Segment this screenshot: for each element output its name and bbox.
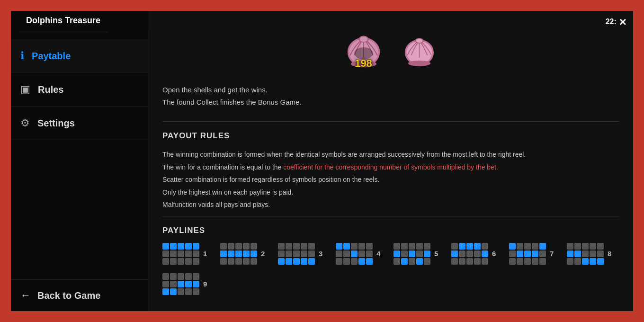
payline-grid-4 <box>336 243 373 265</box>
cell-2-10 <box>220 258 227 265</box>
cell-6-8 <box>474 250 481 257</box>
cell-8-4 <box>597 243 604 250</box>
cell-8-7 <box>582 250 589 257</box>
cell-3-11 <box>286 258 292 265</box>
cell-9-14 <box>193 288 199 295</box>
desc-line2: The found Collect finishes the Bonus Gam… <box>162 96 619 108</box>
cell-1-12 <box>178 258 184 265</box>
cell-1-5 <box>162 250 169 257</box>
cell-9-1 <box>170 273 177 280</box>
cell-3-5 <box>278 250 285 257</box>
payline-item-1: 1 <box>162 243 212 265</box>
cell-8-1 <box>574 243 581 250</box>
app-title: Dolphins Treasure <box>18 9 108 32</box>
payline-grid-3 <box>278 243 315 265</box>
divider-1 <box>162 121 619 122</box>
cell-4-13 <box>358 258 365 265</box>
cell-5-13 <box>416 258 423 265</box>
top-bar: 22: × <box>599 11 633 33</box>
book-icon: ▣ <box>20 83 30 96</box>
payline-number-1: 1 <box>203 250 212 258</box>
info-icon: ℹ <box>20 50 24 62</box>
cell-9-6 <box>170 281 177 287</box>
cell-1-7 <box>178 250 184 257</box>
cell-2-0 <box>220 243 227 250</box>
payline-grid-8 <box>567 243 604 265</box>
rule-highlight: coefficient for the corresponding number… <box>283 163 498 171</box>
cell-5-10 <box>394 258 400 265</box>
cell-6-9 <box>482 250 488 257</box>
description-text: Open the shells and get the wins. The fo… <box>162 80 619 116</box>
cell-9-13 <box>185 288 192 295</box>
payline-grid-9 <box>162 273 199 295</box>
paylines-header: PAYLINES <box>162 226 619 235</box>
cell-2-2 <box>235 243 242 250</box>
cell-7-3 <box>532 243 538 250</box>
cell-5-14 <box>424 258 430 265</box>
gear-icon: ⚙ <box>20 117 30 129</box>
cell-6-3 <box>474 243 481 250</box>
cell-6-6 <box>459 250 465 257</box>
cell-3-13 <box>301 258 307 265</box>
cell-8-2 <box>582 243 589 250</box>
payout-rules-text: The winning combination is formed when t… <box>162 148 619 211</box>
shell-area: 198 <box>162 25 619 80</box>
rule-4: Only the highest win on each payline is … <box>162 186 619 199</box>
close-button[interactable]: × <box>619 16 626 28</box>
sidebar: Dolphins Treasure ℹ Paytable ▣ Rules ⚙ S… <box>11 11 148 311</box>
cell-7-9 <box>539 250 546 257</box>
cell-2-4 <box>250 243 257 250</box>
sidebar-item-settings[interactable]: ⚙ Settings <box>11 107 148 140</box>
divider-2 <box>162 216 619 216</box>
payline-item-4: 4 <box>336 243 385 265</box>
cell-1-8 <box>185 250 192 257</box>
cell-7-1 <box>517 243 523 250</box>
cell-4-8 <box>358 250 365 257</box>
cell-5-4 <box>424 243 430 250</box>
cell-1-2 <box>178 243 184 250</box>
cell-8-14 <box>597 258 604 265</box>
cell-6-2 <box>466 243 473 250</box>
cell-5-8 <box>416 250 423 257</box>
cell-3-8 <box>301 250 307 257</box>
cell-3-0 <box>278 243 285 250</box>
sidebar-item-paytable[interactable]: ℹ Paytable <box>11 39 148 73</box>
payline-item-7: 7 <box>509 243 558 265</box>
payline-grid-5 <box>394 243 430 265</box>
cell-6-5 <box>451 250 458 257</box>
cell-3-4 <box>308 243 315 250</box>
back-to-game-button[interactable]: ← Back to Game <box>11 279 148 311</box>
cell-5-6 <box>401 250 408 257</box>
payline-number-4: 4 <box>376 250 385 258</box>
cell-6-4 <box>482 243 488 250</box>
cell-9-3 <box>185 273 192 280</box>
cell-2-6 <box>228 250 234 257</box>
cell-6-1 <box>459 243 465 250</box>
payline-item-8: 8 <box>567 243 616 265</box>
cell-7-12 <box>524 258 531 265</box>
payline-grid-6 <box>451 243 488 265</box>
shell-number-label: 198 <box>355 57 372 70</box>
cell-1-3 <box>185 243 192 250</box>
cell-7-11 <box>517 258 523 265</box>
cell-9-5 <box>162 281 169 287</box>
cell-4-2 <box>351 243 358 250</box>
cell-8-12 <box>582 258 589 265</box>
cell-9-2 <box>178 273 184 280</box>
plain-shell-svg <box>399 30 439 71</box>
cell-8-10 <box>567 258 573 265</box>
cell-3-9 <box>308 250 315 257</box>
sidebar-item-rules[interactable]: ▣ Rules <box>11 73 148 107</box>
cell-3-12 <box>293 258 300 265</box>
cell-4-4 <box>366 243 373 250</box>
cell-1-13 <box>185 258 192 265</box>
sidebar-item-label-settings: Settings <box>37 118 75 129</box>
cell-5-3 <box>416 243 423 250</box>
rule-2: The win for a combination is equal to th… <box>162 161 619 174</box>
payline-number-9: 9 <box>203 280 212 288</box>
cell-2-8 <box>243 250 250 257</box>
cell-7-5 <box>509 250 516 257</box>
payline-item-6: 6 <box>451 243 501 265</box>
sidebar-item-label-rules: Rules <box>38 84 63 95</box>
app-title-bar: Dolphins Treasure <box>11 11 148 30</box>
